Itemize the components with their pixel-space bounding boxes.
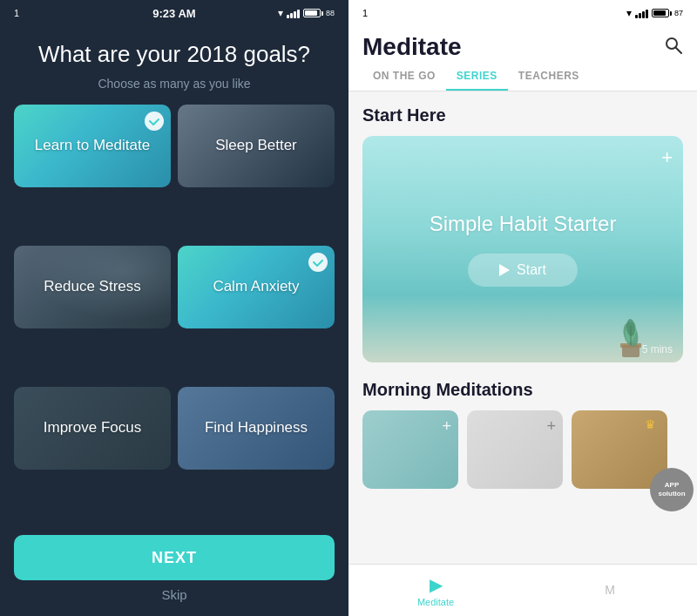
checkmark-learn (145, 112, 164, 131)
morning-title: Morning Meditations (362, 380, 683, 400)
app-badge-line2: solution (658, 490, 685, 498)
app-badge: APP solution (650, 468, 694, 511)
signal-bar-r2 (639, 13, 641, 18)
tab-series[interactable]: SERIES (446, 61, 508, 91)
battery-pct-right: 87 (674, 9, 683, 17)
play-icon (499, 264, 510, 276)
morning-card-1[interactable]: + (362, 410, 458, 489)
battery-pct-left: 88 (326, 9, 335, 17)
hero-duration: 5 mins (642, 343, 673, 355)
battery-fill-right (653, 10, 666, 16)
goal-label-reduce: Reduce Stress (44, 278, 141, 295)
carrier-right: 1 (362, 8, 368, 18)
signal-bar-3 (294, 11, 296, 18)
goal-label-sleep: Sleep Better (215, 137, 297, 154)
right-content: Start Here + Simple Habit Starter Start … (348, 91, 697, 564)
nav-me[interactable]: M (584, 583, 636, 599)
status-indicators-right: ▾ 87 (626, 7, 683, 19)
hero-card[interactable]: + Simple Habit Starter Start 5 mins (362, 136, 683, 362)
signal-bar-2 (290, 13, 293, 18)
goal-label-calm: Calm Anxiety (213, 278, 299, 295)
morning-card-2[interactable]: + (467, 410, 563, 489)
battery-right: 87 (652, 9, 683, 17)
battery-left: 88 (303, 9, 335, 17)
signal-bar-1 (287, 15, 289, 18)
hero-card-title: Simple Habit Starter (430, 212, 617, 236)
bottom-nav: ▶ Meditate M (348, 564, 697, 616)
goal-cell-calm[interactable]: Calm Anxiety (178, 246, 335, 328)
goal-label-focus: Improve Focus (44, 419, 141, 437)
goal-label-happiness: Find Happiness (205, 419, 308, 437)
question-subtitle: Choose as many as you like (98, 77, 250, 91)
meditate-nav-label: Meditate (417, 597, 454, 607)
skip-link[interactable]: Skip (161, 587, 186, 602)
start-here-title: Start Here (362, 105, 683, 125)
signal-bars-right (635, 8, 648, 18)
signal-bars-left (287, 8, 300, 18)
search-button[interactable] (664, 36, 683, 59)
goal-cell-reduce[interactable]: Reduce Stress (14, 246, 171, 328)
goal-label-learn: Learn to Meditate (35, 137, 150, 154)
signal-bar-r4 (646, 10, 648, 18)
wifi-icon-left: ▾ (278, 7, 283, 19)
goal-cell-focus[interactable]: Improve Focus (14, 387, 171, 470)
morning-plus-2: + (546, 417, 556, 436)
goals-grid: Learn to Meditate Sleep Better Reduce St… (0, 91, 348, 521)
start-label: Start (517, 262, 546, 278)
left-panel: 1 9:23 AM ▾ 88 What are your 2018 goals?… (0, 0, 348, 616)
battery-tip-right (670, 11, 672, 16)
meditate-nav-icon: ▶ (430, 574, 443, 595)
tab-on-the-go[interactable]: ON THE GO (362, 61, 446, 91)
question-title: What are your 2018 goals? (17, 40, 331, 70)
time-left: 9:23 AM (152, 7, 195, 20)
checkmark-calm (308, 253, 328, 272)
morning-grid: + + ♛ (362, 410, 683, 489)
goal-cell-happiness[interactable]: Find Happiness (178, 387, 335, 470)
status-bar-left: 1 9:23 AM ▾ 88 (0, 0, 348, 26)
wifi-icon-right: ▾ (626, 7, 632, 19)
hero-plus-icon: + (661, 146, 673, 169)
nav-meditate[interactable]: ▶ Meditate (409, 574, 462, 607)
next-button[interactable]: NEXT (14, 535, 335, 580)
meditate-header: Meditate (348, 26, 697, 61)
morning-plus-1: + (442, 417, 451, 436)
goal-cell-sleep[interactable]: Sleep Better (178, 105, 335, 187)
meditate-title: Meditate (362, 33, 462, 61)
signal-bar-r1 (635, 15, 638, 18)
signal-bar-r3 (642, 11, 645, 18)
goal-cell-learn[interactable]: Learn to Meditate (14, 105, 171, 187)
battery-fill-left (305, 10, 317, 16)
signal-bar-4 (297, 10, 300, 18)
right-panel: 1 9:25 AM ▾ 87 Meditate (348, 0, 697, 616)
tabs-bar: ON THE GO SERIES TEACHERS (348, 61, 697, 91)
carrier-left: 1 (14, 8, 19, 18)
svg-line-1 (676, 47, 682, 53)
crown-icon: ♛ (645, 417, 660, 433)
search-icon (664, 36, 683, 55)
battery-tip-left (321, 11, 323, 16)
me-nav-icon: M (605, 583, 615, 597)
status-indicators-left: ▾ 88 (278, 7, 335, 19)
check-icon-learn (148, 115, 160, 127)
start-button[interactable]: Start (468, 254, 578, 287)
check-icon-calm (312, 256, 324, 268)
status-bar-right: 1 9:25 AM ▾ 87 (348, 0, 697, 26)
tab-teachers[interactable]: TEACHERS (508, 61, 590, 91)
app-badge-line1: APP (665, 481, 679, 490)
